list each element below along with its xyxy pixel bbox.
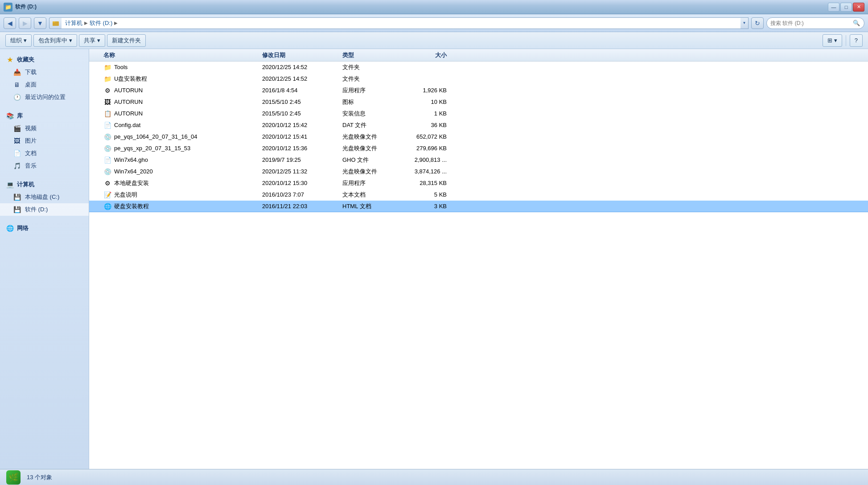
file-size-cell: 652,072 KB: [400, 133, 454, 140]
file-name-text: 光盘说明: [114, 191, 137, 199]
share-label: 共享: [84, 37, 95, 45]
toolbar-separator: [846, 35, 846, 46]
sidebar-header-computer[interactable]: 💻 计算机: [0, 178, 89, 191]
file-size-cell: 3 KB: [400, 203, 454, 210]
file-name-text: Tools: [114, 64, 128, 70]
table-row[interactable]: ⚙ AUTORUN 2016/1/8 4:54 应用程序 1,926 KB: [89, 85, 868, 96]
sidebar-item-documents[interactable]: 📄 文档: [0, 147, 89, 160]
sidebar-item-drive-c[interactable]: 💾 本地磁盘 (C:): [0, 191, 89, 203]
favorites-label: 收藏夹: [17, 56, 34, 64]
sidebar-item-recent[interactable]: 🕐 最近访问的位置: [0, 91, 89, 103]
refresh-button[interactable]: ↻: [751, 17, 764, 29]
downloads-label: 下载: [25, 68, 37, 76]
images-icon: 🖼: [12, 136, 21, 145]
add-to-library-dropdown-icon: ▾: [69, 37, 72, 44]
file-name-cell: 🌐 硬盘安装教程: [93, 202, 262, 210]
video-label: 视频: [25, 124, 37, 132]
search-input[interactable]: [770, 20, 851, 26]
sidebar-item-downloads[interactable]: 📥 下载: [0, 66, 89, 78]
table-row[interactable]: 📄 Config.dat 2020/10/12 15:42 DAT 文件 36 …: [89, 119, 868, 131]
table-row[interactable]: ⚙ 本地硬盘安装 2020/10/12 15:30 应用程序 28,315 KB: [89, 177, 868, 189]
file-icon: 📁: [103, 63, 111, 71]
sidebar-section-computer: 💻 计算机 💾 本地磁盘 (C:) 💾 软件 (D:): [0, 178, 89, 216]
recent-button[interactable]: ▼: [34, 17, 46, 29]
column-name[interactable]: 名称: [93, 51, 262, 59]
recent-label: 最近访问的位置: [25, 93, 66, 101]
sidebar-header-favorites[interactable]: ★ 收藏夹: [0, 53, 89, 66]
maximize-button[interactable]: □: [840, 3, 852, 12]
file-name-text: pe_yqs_xp_20_07_31_15_53: [114, 145, 190, 152]
table-row[interactable]: 📁 Tools 2020/12/25 14:52 文件夹: [89, 62, 868, 73]
table-row[interactable]: 💿 Win7x64_2020 2020/12/25 11:32 光盘映像文件 3…: [89, 166, 868, 177]
table-row[interactable]: 🖼 AUTORUN 2015/5/10 2:45 图标 10 KB: [89, 96, 868, 108]
table-row[interactable]: 💿 pe_yqs_1064_20_07_31_16_04 2020/10/12 …: [89, 131, 868, 143]
sidebar-item-video[interactable]: 🎬 视频: [0, 122, 89, 135]
add-to-library-label: 包含到库中: [38, 37, 67, 45]
breadcrumb-drive[interactable]: 软件 (D:): [90, 19, 112, 27]
file-size-cell: 28,315 KB: [400, 180, 454, 186]
file-name-cell: 📁 Tools: [93, 63, 262, 71]
close-button[interactable]: ✕: [853, 3, 864, 12]
back-button[interactable]: ◀: [4, 17, 16, 29]
sidebar-item-desktop[interactable]: 🖥 桌面: [0, 78, 89, 91]
search-bar[interactable]: 🔍: [766, 17, 864, 29]
desktop-label: 桌面: [25, 81, 37, 89]
sidebar-header-network[interactable]: 🌐 网络: [0, 222, 89, 234]
table-row[interactable]: 📁 U盘安装教程 2020/12/25 14:52 文件夹: [89, 73, 868, 85]
new-folder-button[interactable]: 新建文件夹: [107, 34, 146, 47]
column-type[interactable]: 类型: [342, 51, 400, 59]
address-dropdown-button[interactable]: ▼: [740, 17, 749, 29]
sidebar-item-images[interactable]: 🖼 图片: [0, 135, 89, 147]
table-row[interactable]: 📝 光盘说明 2016/10/23 7:07 文本文档 5 KB: [89, 189, 868, 201]
file-size-cell: 3,874,126 ...: [400, 168, 454, 175]
share-dropdown-icon: ▾: [97, 37, 100, 44]
computer-icon: 💻: [5, 180, 14, 189]
file-icon: 🌐: [103, 202, 111, 210]
file-size-cell: 2,900,813 ...: [400, 156, 454, 163]
column-size[interactable]: 大小: [400, 51, 454, 59]
help-button[interactable]: ?: [850, 34, 863, 47]
breadcrumb-sep-2: ▶: [114, 21, 118, 25]
file-type-cell: 文件夹: [342, 63, 400, 71]
file-type-cell: 文本文档: [342, 191, 400, 199]
share-button[interactable]: 共享 ▾: [79, 34, 105, 47]
sidebar-item-drive-d[interactable]: 💾 软件 (D:): [0, 203, 89, 216]
file-name-cell: 📄 Config.dat: [93, 121, 262, 129]
address-breadcrumb[interactable]: 计算机 ▶ 软件 (D:) ▶: [62, 17, 740, 29]
main-layout: ★ 收藏夹 📥 下载 🖥 桌面 🕐 最近访问的位置 📚 库: [0, 49, 868, 469]
file-icon: ⚙: [103, 179, 111, 187]
file-name-cell: 📄 Win7x64.gho: [93, 156, 262, 164]
recent-icon: 🕐: [12, 93, 21, 102]
breadcrumb-sep-1: ▶: [84, 21, 88, 25]
video-icon: 🎬: [12, 124, 21, 133]
file-icon: 💿: [103, 168, 111, 176]
file-date-cell: 2015/5/10 2:45: [262, 110, 342, 117]
view-button[interactable]: ⊞ ▾: [823, 34, 842, 47]
empty-area[interactable]: [89, 212, 868, 346]
drive-c-icon: 💾: [12, 193, 21, 201]
network-icon: 🌐: [5, 224, 14, 233]
file-type-cell: 图标: [342, 98, 400, 106]
sidebar-header-library[interactable]: 📚 库: [0, 110, 89, 122]
sidebar-item-music[interactable]: 🎵 音乐: [0, 160, 89, 172]
minimize-button[interactable]: —: [828, 3, 839, 12]
table-row[interactable]: 📄 Win7x64.gho 2019/9/7 19:25 GHO 文件 2,90…: [89, 154, 868, 166]
organize-label: 组织: [10, 37, 22, 45]
add-to-library-button[interactable]: 包含到库中 ▾: [33, 34, 77, 47]
column-date[interactable]: 修改日期: [262, 51, 342, 59]
breadcrumb-computer[interactable]: 计算机: [65, 19, 82, 27]
view-dropdown-icon: ▾: [834, 37, 837, 44]
file-icon: 📋: [103, 110, 111, 118]
new-folder-label: 新建文件夹: [112, 37, 141, 45]
search-icon[interactable]: 🔍: [852, 19, 860, 27]
organize-button[interactable]: 组织 ▾: [5, 34, 32, 47]
file-size-cell: 5 KB: [400, 191, 454, 198]
forward-button[interactable]: ▶: [19, 17, 31, 29]
table-row[interactable]: 💿 pe_yqs_xp_20_07_31_15_53 2020/10/12 15…: [89, 143, 868, 154]
file-name-cell: ⚙ AUTORUN: [93, 86, 262, 95]
table-row[interactable]: 🌐 硬盘安装教程 2016/11/21 22:03 HTML 文档 3 KB: [89, 201, 868, 212]
sidebar-section-favorites: ★ 收藏夹 📥 下载 🖥 桌面 🕐 最近访问的位置: [0, 53, 89, 103]
folder-svg: [52, 20, 59, 27]
table-row[interactable]: 📋 AUTORUN 2015/5/10 2:45 安装信息 1 KB: [89, 108, 868, 119]
window-icon: 📁: [4, 3, 12, 12]
